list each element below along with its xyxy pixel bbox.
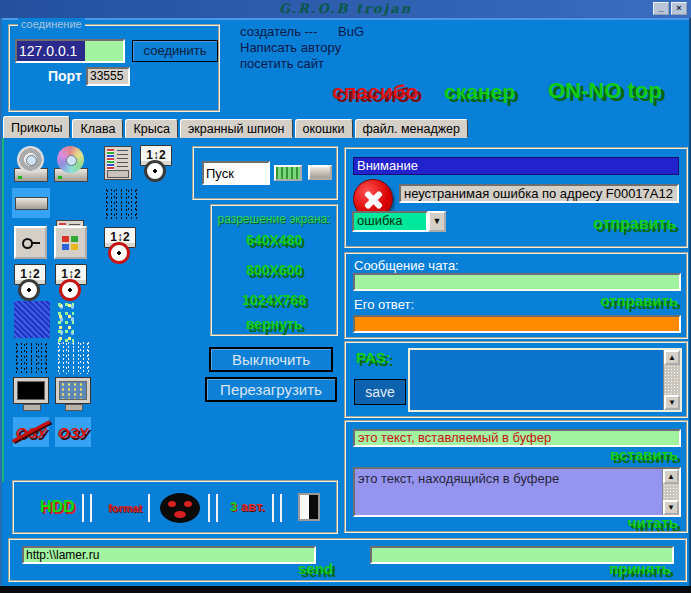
clock-face-icon [18, 279, 40, 301]
key-button-icon[interactable] [14, 226, 47, 259]
buffer-scrollbar[interactable]: ▲ ▼ [662, 469, 679, 515]
url-send-button[interactable]: send [298, 560, 333, 577]
error-type-combo[interactable]: ошибка ▼ [352, 211, 446, 232]
url-input[interactable] [22, 546, 316, 564]
pas-save-button[interactable]: save [354, 379, 406, 405]
calendar-clock-icon[interactable]: 1↕2 [140, 145, 174, 182]
resolution-640x480[interactable]: 640X480 [212, 232, 336, 248]
clock-face-icon [59, 279, 81, 301]
ip-value[interactable]: 127.0.0.1 [17, 41, 85, 61]
tab-okoshki[interactable]: окошки [295, 119, 353, 138]
pas-label: PAS: [356, 349, 391, 366]
tab-krysa[interactable]: Крыса [125, 119, 177, 138]
pas-group: PAS: save ▲ ▼ [344, 341, 688, 418]
windows-button-icon[interactable] [54, 226, 87, 259]
resolution-800x600[interactable]: 800X600 [212, 262, 336, 278]
smiley-mouth [174, 511, 186, 518]
port-field[interactable]: 33555 [86, 67, 130, 86]
tab-screen-spy[interactable]: экранный шпион [180, 119, 293, 138]
buffer-insert-button[interactable]: вставить [610, 446, 678, 463]
cd-drive-icon[interactable] [14, 146, 48, 182]
window-bottom-edge [0, 586, 691, 593]
minimize-button[interactable]: _ [653, 2, 669, 15]
titlebar-highlight [0, 18, 691, 20]
calendar-red-clock-icon-2[interactable]: 1↕2 [55, 264, 89, 301]
static-noise-black-icon-small[interactable] [104, 188, 138, 220]
resolution-group: разрешение экрана: 640X480 800X600 1024X… [210, 204, 338, 336]
autostart-count[interactable]: 3 авт. [230, 499, 265, 514]
chat-message-input[interactable] [353, 273, 681, 291]
ip-field-free-area[interactable] [85, 41, 123, 61]
monitor-stand [65, 404, 83, 411]
tab-prikoly[interactable]: Приколы [3, 116, 70, 138]
resolution-title: разрешение экрана: [212, 212, 336, 226]
thanks-text: спасибо [332, 80, 418, 104]
error-message-field[interactable]: неустранимая ошибка по адресу F00017A12 [399, 184, 679, 203]
connect-button[interactable]: соединить [132, 40, 218, 62]
calendar-red-clock-icon[interactable]: 1↕2 [104, 227, 138, 264]
page-left-edge [2, 138, 4, 482]
ip-field[interactable]: 127.0.0.1 [15, 39, 125, 63]
smiley-icon[interactable] [160, 493, 200, 523]
connection-group: соединение 127.0.0.1 соединить Порт 3355… [8, 24, 220, 112]
pas-textarea[interactable]: ▲ ▼ [408, 348, 682, 412]
computer-base [107, 170, 129, 178]
scroll-down-icon[interactable]: ▼ [664, 395, 680, 410]
static-noise-color-icon[interactable] [56, 300, 74, 344]
combo-dropdown-icon[interactable]: ▼ [428, 211, 446, 232]
scanner-text[interactable]: сканер [444, 80, 515, 104]
chat-group: Сообщение чата: Его ответ: отправить [344, 252, 688, 339]
monitor-screen [17, 381, 45, 400]
calendar-clock-icon-2[interactable]: 1↕2 [14, 264, 48, 301]
start-input[interactable] [202, 161, 270, 185]
port-label: Порт [48, 68, 82, 84]
pas-scrollbar[interactable]: ▲ ▼ [663, 350, 680, 410]
title-bar: G.R.O.B trojan [0, 0, 691, 18]
chat-send-button[interactable]: отправить [600, 292, 678, 309]
static-noise-blue-icon[interactable] [14, 301, 50, 338]
cd-drive-color-icon[interactable] [54, 146, 88, 182]
cd-disc [17, 146, 44, 173]
format-button[interactable]: format [108, 502, 142, 514]
tab-file-manager[interactable]: файл. менаджер [355, 119, 468, 138]
buffer-content-area[interactable]: это текст, находящийся в буфере ▲ ▼ [353, 467, 681, 517]
buffer-content-text: это текст, находящийся в буфере [358, 471, 559, 486]
buffer-read-button[interactable]: читать [628, 514, 678, 531]
monitor-off-icon[interactable] [13, 377, 49, 411]
scroll-down-icon[interactable]: ▼ [663, 500, 679, 515]
on-no-top-text[interactable]: ON-NO top [548, 78, 662, 104]
divider [216, 494, 218, 522]
ram-label: ОЗУ [58, 424, 89, 441]
tab-klava[interactable]: Клава [72, 119, 123, 138]
ram-on-icon[interactable]: ОЗУ [55, 417, 91, 447]
attention-title-field[interactable]: Внимание [353, 157, 679, 175]
windows-logo-glyph [62, 236, 79, 250]
resolution-revert[interactable]: вернуть [212, 316, 336, 332]
visit-site-link[interactable]: посетить сайт [240, 56, 324, 71]
start-hide-button-icon[interactable] [274, 165, 302, 181]
url-accept-button[interactable]: принять [609, 560, 671, 577]
status-bar-group: HDD format 3 авт. [12, 480, 338, 534]
static-noise-black-icon[interactable] [14, 342, 50, 374]
reboot-button[interactable]: Перезагрузить [205, 377, 337, 402]
drive-bay-icon[interactable] [12, 188, 50, 218]
resolution-1024x768[interactable]: 1024X768 [212, 292, 336, 308]
buffer-insert-input[interactable]: это текст, вставляемый в буфер [353, 429, 681, 447]
scroll-up-icon[interactable]: ▲ [664, 350, 680, 365]
chat-answer-field[interactable] [353, 315, 681, 333]
close-button[interactable]: × [671, 2, 687, 15]
ram-off-icon[interactable]: ОЗУ [13, 417, 49, 447]
divider [82, 494, 84, 522]
taskbar-button-icon[interactable] [308, 165, 332, 180]
shutdown-button[interactable]: Выключить [209, 347, 333, 372]
computer-files-icon[interactable] [104, 146, 132, 180]
attention-send-button[interactable]: отправить [593, 215, 676, 233]
error-type-value[interactable]: ошибка [352, 211, 428, 232]
static-noise-white-icon[interactable] [56, 341, 90, 374]
bw-panel-icon[interactable] [298, 493, 320, 521]
monitor-on-icon[interactable] [55, 377, 91, 411]
write-author-link[interactable]: Написать автору [240, 40, 341, 55]
scroll-up-icon[interactable]: ▲ [663, 469, 679, 484]
monitor-stand [23, 404, 41, 411]
hdd-button[interactable]: HDD [40, 498, 75, 516]
